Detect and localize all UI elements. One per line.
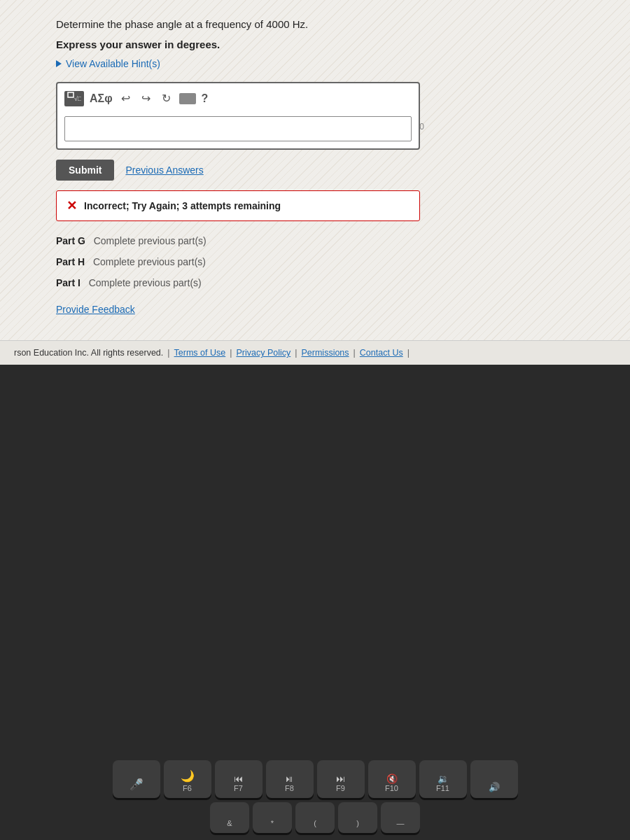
part-h-label: Part H (56, 256, 85, 267)
key-asterisk[interactable]: * (253, 802, 292, 833)
part-g-section: Part G Complete previous part(s) (56, 235, 602, 246)
footer-contact-link[interactable]: Contact Us (360, 348, 403, 358)
footer-copyright: rson Education Inc. All rights reserved. (14, 348, 163, 358)
error-message: Incorrect; Try Again; 3 attempts remaini… (84, 200, 281, 211)
footer-terms-link[interactable]: Terms of Use (174, 348, 226, 358)
key-asterisk-label: * (271, 819, 274, 827)
vol-up-icon: 🔊 (489, 782, 500, 792)
key-close-paren[interactable]: ) (338, 802, 377, 833)
key-f11-label: F11 (436, 784, 449, 792)
part-h-section: Part H Complete previous part(s) (56, 256, 602, 267)
key-ampersand-label: & (227, 819, 232, 827)
keyboard-icon[interactable] (179, 93, 196, 104)
svg-text:√□: √□ (74, 95, 81, 102)
footer-bar: rson Education Inc. All rights reserved.… (0, 340, 630, 365)
fn-key-row: 🎤 🌙 F6 ⏮ F7 ⏯ F8 ⏭ F9 🔇 F10 (7, 760, 623, 798)
small-zero-label: 0 (419, 122, 424, 132)
vol-down-icon: 🔉 (438, 774, 449, 784)
undo-button[interactable]: ↩ (118, 90, 133, 106)
key-f10[interactable]: 🔇 F10 (368, 760, 416, 798)
key-f12[interactable]: 🔊 (470, 760, 518, 798)
input-wrapper: 0 (64, 116, 412, 141)
key-f9-label: F9 (336, 784, 345, 792)
moon-icon: 🌙 (181, 769, 195, 783)
key-f11[interactable]: 🔉 F11 (419, 760, 467, 798)
part-h-desc: Complete previous part(s) (93, 256, 206, 267)
keyboard-area: 🎤 🌙 F6 ⏮ F7 ⏯ F8 ⏭ F9 🔇 F10 (0, 365, 630, 840)
question-line2: Express your answer in degrees. (56, 37, 602, 53)
help-icon[interactable]: ? (202, 92, 209, 105)
math-toolbar: √□ ΑΣφ ↩ ↪ ↻ ? (64, 90, 412, 111)
hint-link[interactable]: View Available Hint(s) (56, 58, 602, 69)
error-box: ✕ Incorrect; Try Again; 3 attempts remai… (56, 190, 420, 221)
svg-rect-0 (68, 92, 74, 97)
key-open-paren[interactable]: ( (295, 802, 335, 833)
footer-permissions-link[interactable]: Permissions (302, 348, 349, 358)
fastforward-icon: ⏭ (336, 774, 345, 784)
footer-sep-5: | (407, 348, 410, 358)
key-dash[interactable]: — (381, 802, 420, 833)
footer-sep-1: | (167, 348, 169, 358)
key-ampersand[interactable]: & (210, 802, 249, 833)
key-f6-label: F6 (183, 784, 192, 792)
answer-input-line (64, 116, 412, 141)
part-i-section: Part I Complete previous part(s) (56, 277, 602, 288)
key-mic[interactable]: 🎤 (113, 760, 160, 798)
hint-arrow-icon (56, 60, 62, 67)
footer-sep-4: | (354, 348, 356, 358)
submit-row: Submit Previous Answers (56, 160, 602, 181)
part-i-label: Part I (56, 277, 80, 288)
key-f7-label: F7 (234, 784, 243, 792)
part-g-label: Part G (56, 235, 85, 246)
mute-icon: 🔇 (386, 774, 398, 784)
footer-sep-3: | (295, 348, 297, 358)
fraction-icon[interactable]: √□ (64, 91, 84, 106)
hint-link-label: View Available Hint(s) (66, 58, 160, 69)
key-f10-label: F10 (385, 784, 398, 792)
question-line1: Determine the phase angle at a frequency… (56, 17, 602, 33)
submit-button[interactable]: Submit (56, 160, 114, 181)
footer-privacy-link[interactable]: Privacy Policy (236, 348, 290, 358)
redo-button[interactable]: ↪ (139, 90, 153, 106)
answer-input[interactable] (65, 117, 411, 141)
sigma-button[interactable]: ΑΣφ (90, 92, 113, 105)
key-dash-label: — (397, 819, 405, 827)
bottom-key-row: & * ( ) — (7, 802, 623, 833)
key-f7[interactable]: ⏮ F7 (215, 760, 262, 798)
mic-icon: 🎤 (130, 778, 144, 791)
footer-sep-2: | (230, 348, 232, 358)
feedback-link[interactable]: Provide Feedback (56, 304, 135, 315)
key-close-paren-label: ) (356, 819, 359, 827)
error-icon: ✕ (66, 198, 77, 214)
key-open-paren-label: ( (314, 819, 316, 827)
answer-box: √□ ΑΣφ ↩ ↪ ↻ ? 0 (56, 82, 420, 150)
refresh-button[interactable]: ↻ (159, 90, 174, 106)
part-i-desc: Complete previous part(s) (89, 277, 202, 288)
playpause-icon: ⏯ (285, 774, 294, 784)
key-f9[interactable]: ⏭ F9 (317, 760, 365, 798)
part-g-desc: Complete previous part(s) (94, 235, 206, 246)
key-f6[interactable]: 🌙 F6 (164, 760, 211, 798)
key-f8[interactable]: ⏯ F8 (266, 760, 314, 798)
previous-answers-link[interactable]: Previous Answers (125, 164, 203, 176)
key-f8-label: F8 (285, 784, 294, 792)
rewind-icon: ⏮ (234, 774, 243, 784)
